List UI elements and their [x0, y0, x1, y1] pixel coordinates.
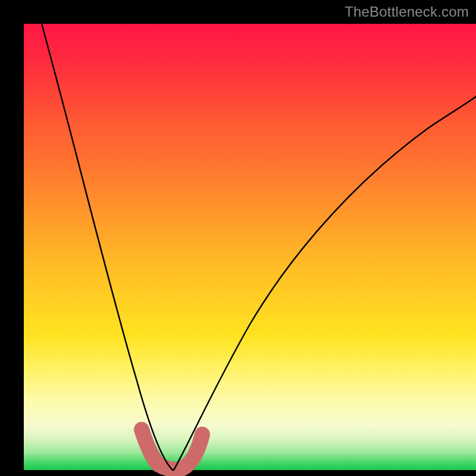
- chart-frame: TheBottleneck.com: [0, 0, 476, 476]
- watermark-text: TheBottleneck.com: [345, 4, 469, 20]
- left-curve-path: [42, 24, 173, 470]
- bottom-highlight-path: [142, 430, 202, 469]
- right-curve-path: [174, 96, 476, 470]
- plot-area: [24, 24, 476, 470]
- curve-layer: [24, 24, 476, 470]
